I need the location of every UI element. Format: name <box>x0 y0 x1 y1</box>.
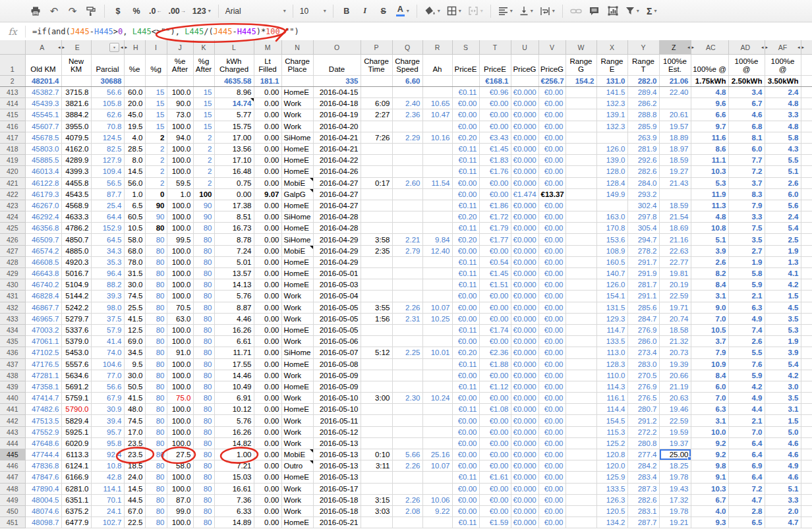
cell[interactable]: 11.3 <box>691 200 728 211</box>
cell[interactable] <box>361 517 392 528</box>
cell[interactable]: €0.00 <box>452 370 479 381</box>
column-header-AD[interactable]: AD◂ <box>728 40 765 55</box>
cell[interactable]: 19.27 <box>659 166 691 177</box>
cell[interactable]: €0.00 <box>452 505 479 516</box>
cell[interactable]: 80 <box>145 358 167 370</box>
cell[interactable]: 100.0 <box>167 415 193 426</box>
cell[interactable]: 5.9 <box>728 370 765 381</box>
cell[interactable]: 100.0 <box>167 426 193 437</box>
cell[interactable] <box>566 188 596 200</box>
cell[interactable]: €0.00 <box>479 460 511 472</box>
cell[interactable]: 10.8 <box>91 460 124 472</box>
cell[interactable] <box>392 166 422 177</box>
cell[interactable]: €1.474 <box>511 188 538 200</box>
cell[interactable] <box>392 256 422 267</box>
cell[interactable]: 1.3 <box>765 256 801 267</box>
cell[interactable]: 170.8 <box>596 223 627 234</box>
cell[interactable] <box>392 268 422 279</box>
header-cell[interactable]: PriceG <box>511 55 538 76</box>
row-header[interactable]: 429 <box>0 268 25 279</box>
cell[interactable]: 34.3 <box>91 245 124 256</box>
cell[interactable] <box>801 279 812 291</box>
cell[interactable] <box>392 155 422 166</box>
cell[interactable]: 2016-05-05 <box>313 302 361 313</box>
cell[interactable]: €0.00 <box>479 313 511 324</box>
cell[interactable]: 100.0 <box>167 155 193 166</box>
row-header[interactable]: 430 <box>0 279 25 291</box>
cell[interactable]: 63.0 <box>167 313 193 324</box>
cell[interactable] <box>361 268 392 279</box>
cell[interactable]: 6020.9 <box>61 437 91 449</box>
cell[interactable]: 100.0 <box>167 200 193 211</box>
cell[interactable]: 0.00 <box>254 256 281 267</box>
cell[interactable]: 5925.1 <box>61 426 91 437</box>
cell[interactable]: 100.0 <box>167 223 193 234</box>
cell[interactable]: 2 <box>193 177 214 188</box>
cell[interactable] <box>422 336 452 347</box>
row-header[interactable]: 416 <box>0 121 25 132</box>
cell[interactable]: 282.6 <box>627 494 659 505</box>
cell[interactable]: 4.0 <box>691 505 728 516</box>
cell[interactable]: 5.5 <box>765 155 801 166</box>
cell[interactable]: €0.000 <box>511 121 538 132</box>
row-header[interactable]: 432 <box>0 302 25 313</box>
cell[interactable]: 4.8 <box>765 121 801 132</box>
cell[interactable]: 4.8 <box>765 98 801 109</box>
cell[interactable]: €0.00 <box>479 415 511 426</box>
cell[interactable]: €0.000 <box>511 234 538 245</box>
column-header-P[interactable]: P <box>361 40 392 55</box>
cell[interactable]: 80 <box>193 234 214 245</box>
cell[interactable] <box>566 177 596 188</box>
cell[interactable]: 5.5 <box>728 347 765 358</box>
cell[interactable]: €0.00 <box>452 483 479 494</box>
cell[interactable]: 297.8 <box>627 211 659 223</box>
cell[interactable]: 47890.4 <box>25 483 61 494</box>
cell[interactable]: 100.0 <box>167 87 193 98</box>
cell[interactable]: 102.7 <box>91 517 124 528</box>
cell[interactable]: 80 <box>145 437 167 449</box>
cell[interactable]: €0.000 <box>511 505 538 516</box>
cell[interactable]: 77.0 <box>91 370 124 381</box>
cell[interactable]: 5:12 <box>361 347 392 358</box>
cell[interactable]: €0.00 <box>538 472 566 483</box>
cell[interactable]: 100 <box>193 188 214 200</box>
cell[interactable]: 17.00 <box>214 132 254 143</box>
cell[interactable]: 80 <box>193 460 214 472</box>
header-cell[interactable]: %e After <box>167 55 193 76</box>
cell[interactable]: 59.5 <box>167 177 193 188</box>
cell[interactable]: 22.77 <box>659 256 691 267</box>
cell[interactable]: 58.0 <box>167 460 193 472</box>
cell[interactable]: €0.11 <box>452 279 479 291</box>
cell[interactable]: 2:35 <box>361 245 392 256</box>
cell[interactable]: €0.00 <box>538 291 566 302</box>
column-header-W[interactable]: W <box>566 40 596 55</box>
cell[interactable]: 9.7 <box>691 121 728 132</box>
cell[interactable]: 44.5 <box>124 494 145 505</box>
cell[interactable] <box>361 370 392 381</box>
row-header[interactable]: 446 <box>0 460 25 472</box>
cell[interactable]: 289.4 <box>627 87 659 98</box>
cell[interactable]: 9.5 <box>124 358 145 370</box>
total-cell[interactable] <box>361 76 392 87</box>
cell[interactable]: 5242.2 <box>61 302 91 313</box>
header-cell[interactable]: Charge Place <box>281 55 313 76</box>
cell[interactable]: 80 <box>145 234 167 245</box>
cell[interactable]: 47003.2 <box>25 324 61 335</box>
cell[interactable]: 17.10 <box>214 155 254 166</box>
cell[interactable]: 100.0 <box>167 268 193 279</box>
cell[interactable] <box>566 302 596 313</box>
cell[interactable]: €1.59 <box>479 517 511 528</box>
cell[interactable]: 47648.6 <box>25 437 61 449</box>
cell[interactable]: 4.9 <box>728 393 765 404</box>
cell[interactable]: 0.00 <box>254 98 281 109</box>
cell[interactable]: 47836.8 <box>25 460 61 472</box>
cell[interactable]: 100.0 <box>167 324 193 335</box>
cell[interactable]: 6375.2 <box>61 505 91 516</box>
row-header[interactable]: 415 <box>0 109 25 121</box>
cell[interactable]: €0.00 <box>538 234 566 245</box>
cell[interactable]: €0.00 <box>538 132 566 143</box>
cell[interactable]: 280.8 <box>627 437 659 449</box>
cell[interactable] <box>801 415 812 426</box>
cell[interactable]: €0.00 <box>452 449 479 460</box>
cell[interactable]: HomeE <box>281 381 313 392</box>
